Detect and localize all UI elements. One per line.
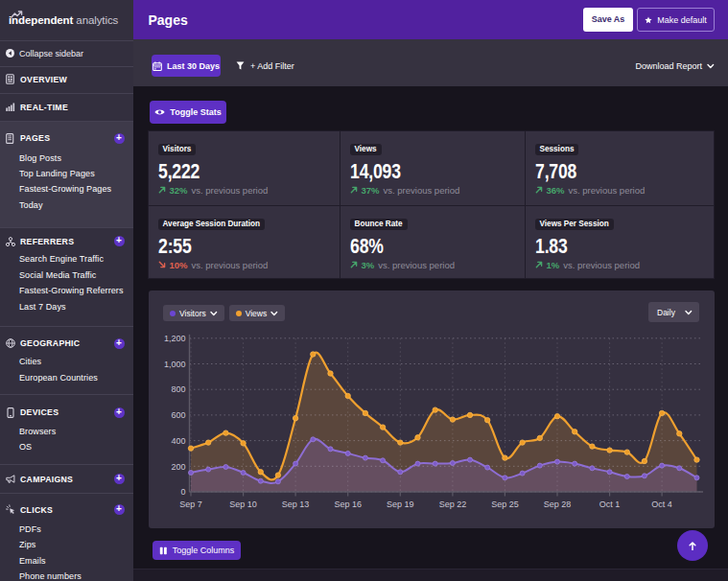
svg-text:Sep 25: Sep 25 [491,500,519,509]
svg-text:Sep 7: Sep 7 [179,500,202,509]
svg-text:800: 800 [171,384,185,394]
svg-text:Sep 28: Sep 28 [544,500,572,509]
svg-text:0: 0 [180,487,185,497]
svg-text:600: 600 [171,410,185,420]
svg-text:Oct 4: Oct 4 [651,500,672,509]
svg-text:1,000: 1,000 [164,360,186,369]
svg-text:Sep 19: Sep 19 [387,500,414,509]
svg-text:Sep 22: Sep 22 [439,500,467,509]
svg-text:Oct 1: Oct 1 [599,500,621,509]
svg-text:Sep 13: Sep 13 [282,500,310,509]
svg-text:Sep 16: Sep 16 [334,500,362,509]
svg-text:200: 200 [171,462,185,472]
svg-text:1,200: 1,200 [164,334,186,343]
svg-text:Sep 10: Sep 10 [229,500,257,509]
svg-text:400: 400 [171,436,185,446]
